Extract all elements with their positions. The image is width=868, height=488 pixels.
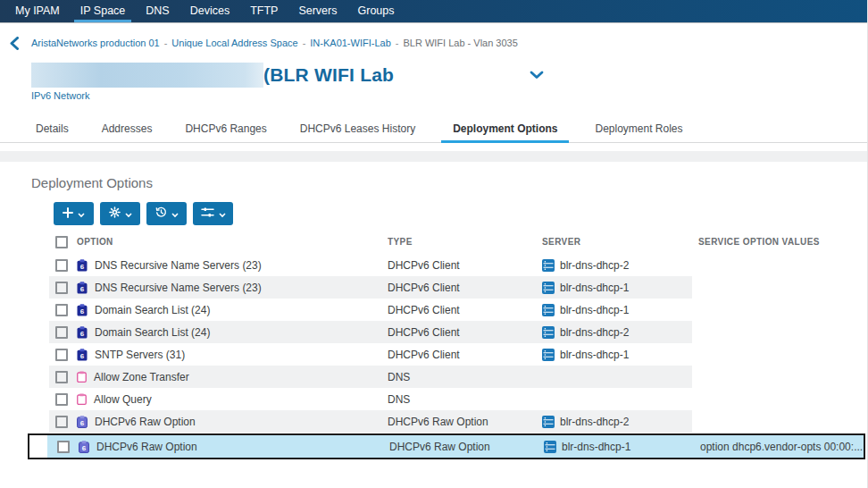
server-name: blr-dns-dhcp-1	[560, 282, 629, 294]
table-row[interactable]: 6 Domain Search List (24) DHCPv6 Client …	[28, 299, 865, 321]
nav-item-groups[interactable]: Groups	[352, 0, 401, 22]
table-row[interactable]: 6 DHCPv6 Raw Option DHCPv6 Raw Option bl…	[28, 410, 865, 433]
nav-item-devices[interactable]: Devices	[184, 0, 236, 22]
filter-button[interactable]	[193, 202, 233, 225]
column-header-service-option-values[interactable]: SERVICE OPTION VALUES	[698, 237, 865, 247]
server-name: blr-dns-dhcp-1	[560, 349, 629, 361]
dhcpv6-option-icon: 6	[77, 282, 88, 294]
tab-details[interactable]: Details	[31, 116, 73, 142]
row-checkbox[interactable]	[55, 259, 68, 272]
breadcrumb-separator: -	[396, 38, 399, 48]
row-checkbox[interactable]	[55, 326, 68, 339]
server-icon	[542, 282, 555, 294]
server-name: blr-dns-dhcp-1	[560, 304, 629, 316]
option-name: Domain Search List (24)	[95, 326, 210, 339]
chevron-down-icon[interactable]	[530, 71, 544, 80]
table-row[interactable]: 6 SNTP Servers (31) DHCPv6 Client blr-dn…	[28, 343, 865, 366]
svg-text:6: 6	[80, 351, 85, 359]
page-title: (BLR WIFI Lab	[263, 64, 394, 86]
row-checkbox[interactable]	[55, 304, 68, 316]
svg-text:6: 6	[80, 262, 85, 270]
table-row[interactable]: Allow Query DNS	[28, 388, 865, 410]
option-type: DHCPv6 Client	[388, 259, 542, 272]
option-name: Domain Search List (24)	[95, 304, 210, 316]
nav-item-ip-space[interactable]: IP Space	[74, 0, 132, 22]
column-header-option[interactable]: OPTION	[77, 237, 113, 247]
breadcrumb-current: BLR WIFI Lab - Vlan 3035	[403, 38, 517, 48]
nav-item-my-ipam[interactable]: My IPAM	[9, 0, 66, 22]
divider-band	[0, 151, 867, 162]
nav-item-dns[interactable]: DNS	[139, 0, 175, 22]
row-checkbox[interactable]	[55, 416, 68, 428]
selected-row-outline: 6 DHCPv6 Raw Option DHCPv6 Raw Option bl…	[28, 433, 865, 459]
row-checkbox[interactable]	[57, 441, 70, 453]
breadcrumb: AristaNetworks production 01 - Unique Lo…	[9, 36, 867, 50]
server-name: blr-dns-dhcp-2	[560, 259, 629, 272]
option-name: Allow Query	[94, 393, 152, 406]
breadcrumb-separator: -	[303, 38, 306, 48]
row-checkbox[interactable]	[55, 349, 68, 361]
breadcrumb-link-block[interactable]: IN-KA01-WIFI-Lab	[310, 38, 390, 48]
table-row[interactable]: Allow Zone Transfer DNS	[28, 366, 865, 388]
column-header-server[interactable]: SERVER	[542, 237, 698, 247]
chevron-down-icon	[171, 207, 179, 221]
row-checkbox[interactable]	[55, 282, 68, 294]
dhcpv6-option-icon: 6	[77, 326, 88, 339]
deployment-options-table: OPTION TYPE SERVER SERVICE OPTION VALUES…	[28, 231, 865, 459]
history-clock-icon	[155, 206, 167, 221]
option-type: DHCPv6 Client	[388, 282, 542, 294]
svg-text:6: 6	[80, 329, 85, 337]
server-icon	[542, 416, 555, 428]
section-heading: Deployment Options	[31, 175, 867, 191]
option-name: DNS Recursive Name Servers (23)	[95, 259, 262, 272]
dhcpv6-option-icon: 6	[77, 349, 88, 361]
app-window: My IPAM IP Space DNS Devices TFTP Server…	[0, 0, 868, 488]
tab-dhcpv6-ranges[interactable]: DHCPv6 Ranges	[180, 116, 271, 142]
nav-item-servers[interactable]: Servers	[292, 0, 343, 22]
option-name: SNTP Servers (31)	[95, 349, 185, 361]
option-type: DNS	[388, 393, 542, 406]
table-row[interactable]: 6 DNS Recursive Name Servers (23) DHCPv6…	[28, 254, 865, 276]
option-name: Allow Zone Transfer	[94, 371, 189, 383]
page-subtitle: IPv6 Network	[31, 90, 867, 103]
server-icon	[542, 326, 555, 339]
svg-text:6: 6	[82, 443, 87, 451]
svg-text:6: 6	[80, 418, 85, 426]
tab-addresses[interactable]: Addresses	[97, 116, 157, 142]
svg-text:6: 6	[80, 307, 85, 315]
breadcrumb-separator: -	[164, 38, 168, 48]
table-header-row: OPTION TYPE SERVER SERVICE OPTION VALUES	[28, 231, 865, 253]
table-row-selected[interactable]: 6 DHCPv6 Raw Option DHCPv6 Raw Option bl…	[29, 435, 864, 458]
nav-item-tftp[interactable]: TFTP	[244, 0, 284, 22]
option-name: DHCPv6 Raw Option	[96, 441, 197, 453]
breadcrumb-link-network-view[interactable]: AristaNetworks production 01	[31, 38, 160, 48]
chevron-down-icon	[78, 207, 85, 221]
select-all-checkbox[interactable]	[55, 236, 68, 248]
chevron-down-icon	[219, 207, 226, 221]
table-row[interactable]: 6 DNS Recursive Name Servers (23) DHCPv6…	[28, 276, 865, 299]
tab-dhcpv6-leases-history[interactable]: DHCPv6 Leases History	[296, 116, 420, 142]
server-name: blr-dns-dhcp-2	[560, 326, 629, 339]
server-icon	[544, 441, 556, 453]
dns-option-icon	[77, 393, 87, 405]
dhcpv6-option-icon: 6	[77, 259, 88, 272]
back-chevron-icon[interactable]	[9, 37, 19, 50]
settings-button[interactable]	[100, 202, 140, 225]
column-header-type[interactable]: TYPE	[388, 237, 542, 247]
option-type: DHCPv6 Client	[388, 304, 542, 316]
dns-option-icon	[77, 371, 87, 383]
tab-deployment-options[interactable]: Deployment Options	[448, 116, 562, 142]
tab-deployment-roles[interactable]: Deployment Roles	[590, 116, 687, 142]
table-row[interactable]: 6 Domain Search List (24) DHCPv6 Client …	[28, 321, 865, 343]
option-type: DHCPv6 Raw Option	[389, 441, 544, 453]
breadcrumb-link-address-space[interactable]: Unique Local Address Space	[171, 38, 297, 48]
add-button[interactable]	[54, 202, 94, 225]
option-name: DNS Recursive Name Servers (23)	[95, 282, 262, 294]
redacted-network-address	[31, 63, 263, 88]
chevron-down-icon	[125, 207, 132, 221]
row-checkbox[interactable]	[55, 371, 68, 383]
row-checkbox[interactable]	[55, 393, 68, 406]
svg-text:6: 6	[80, 284, 85, 292]
history-button[interactable]	[146, 202, 187, 225]
top-nav: My IPAM IP Space DNS Devices TFTP Server…	[0, 0, 867, 22]
